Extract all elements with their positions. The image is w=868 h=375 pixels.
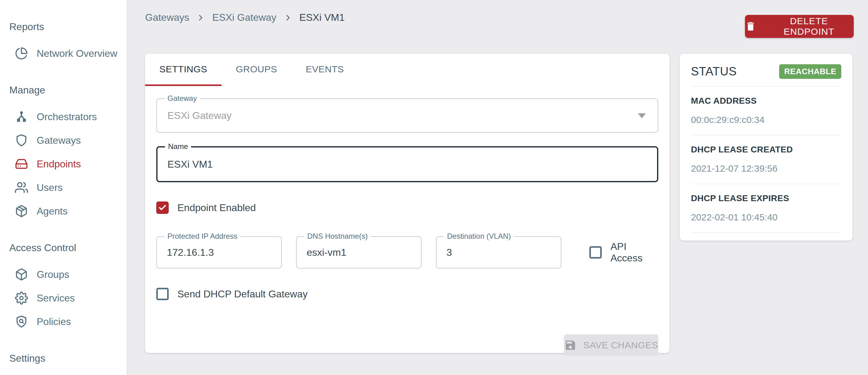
- api-access-checkbox[interactable]: [589, 246, 602, 259]
- page: Reports Network Overview Manage Orchestr…: [0, 0, 868, 375]
- sidebar-item-services[interactable]: Services: [0, 286, 127, 310]
- sidebar-section-settings: Settings: [0, 352, 127, 365]
- shield-icon: [15, 134, 28, 147]
- send-dhcp-label: Send DHCP Default Gateway: [177, 288, 308, 300]
- delete-endpoint-button[interactable]: DELETE ENDPOINT: [745, 15, 854, 38]
- name-input[interactable]: [157, 147, 657, 181]
- users-icon: [15, 181, 28, 194]
- sidebar-header-settings: Settings: [0, 352, 127, 365]
- sidebar-header-reports: Reports: [0, 21, 127, 33]
- gateway-select-value: ESXi Gateway: [157, 99, 658, 132]
- gateway-select[interactable]: Gateway ESXi Gateway: [156, 98, 658, 133]
- api-access-label: API Access: [611, 241, 658, 264]
- status-title: STATUS: [691, 65, 737, 78]
- sidebar-section-access-control: Access Control Groups Services Policies: [0, 241, 127, 333]
- breadcrumb-gateways[interactable]: Gateways: [145, 12, 189, 23]
- destination-vlan-wrapper: Destination (VLAN): [436, 236, 561, 269]
- tab-bar: SETTINGS GROUPS EVENTS: [145, 54, 670, 86]
- sidebar-item-orchestrators[interactable]: Orchestrators: [0, 105, 127, 129]
- tab-events[interactable]: EVENTS: [291, 54, 358, 86]
- sidebar-item-label: Gateways: [37, 135, 81, 146]
- sidebar-item-label: Users: [37, 182, 63, 194]
- hard-drive-icon: [15, 158, 28, 170]
- chevron-right-icon: [196, 13, 205, 22]
- gateway-select-label: Gateway: [164, 94, 200, 103]
- status-field-mac: MAC ADDRESS 00:0c:29:c9:c0:34: [691, 87, 841, 135]
- endpoint-enabled-row[interactable]: Endpoint Enabled: [156, 201, 658, 214]
- box-icon: [15, 268, 28, 281]
- sidebar-item-label: Groups: [37, 269, 69, 280]
- status-field-label: DHCP LEASE CREATED: [691, 145, 841, 155]
- sidebar-item-gateways[interactable]: Gateways: [0, 129, 127, 152]
- sidebar-item-label: Network Overview: [37, 48, 118, 59]
- status-field-value: 2022-02-01 10:45:40: [691, 212, 841, 223]
- check-icon: [158, 203, 167, 212]
- protected-ip-input[interactable]: [157, 237, 281, 268]
- destination-vlan-input[interactable]: [436, 237, 561, 268]
- shield-search-icon: [15, 315, 28, 328]
- status-field-lease-expires: DHCP LEASE EXPIRES 2022-02-01 10:45:40: [691, 184, 841, 233]
- sidebar-item-policies[interactable]: Policies: [0, 310, 127, 333]
- protected-ip-wrapper: Protected IP Address: [156, 236, 282, 269]
- gear-icon: [15, 292, 28, 305]
- sidebar-header-access-control: Access Control: [0, 241, 127, 254]
- sidebar-item-label: Agents: [37, 205, 68, 217]
- network-fields-row: Protected IP Address DNS Hostname(s) Des…: [156, 236, 658, 269]
- save-changes-label: SAVE CHANGES: [583, 340, 658, 350]
- delete-endpoint-label: DELETE ENDPOINT: [764, 16, 854, 37]
- tab-groups[interactable]: GROUPS: [221, 54, 291, 86]
- dropdown-arrow-icon: [638, 113, 646, 118]
- save-changes-button[interactable]: SAVE CHANGES: [564, 334, 658, 356]
- status-field-label: DHCP LEASE EXPIRES: [691, 194, 841, 203]
- sidebar-item-label: Orchestrators: [37, 111, 97, 123]
- pie-chart-icon: [15, 47, 28, 60]
- trash-icon: [745, 21, 756, 32]
- sidebar-item-agents[interactable]: Agents: [0, 199, 127, 223]
- sidebar-section-reports: Reports Network Overview: [0, 21, 127, 65]
- sidebar-item-groups[interactable]: Groups: [0, 263, 127, 286]
- sidebar-item-users[interactable]: Users: [0, 176, 127, 199]
- status-field-value: 00:0c:29:c9:c0:34: [691, 114, 841, 125]
- status-field-value: 2021-12-07 12:39:56: [691, 163, 841, 174]
- status-header: STATUS REACHABLE: [691, 64, 841, 87]
- api-access-row[interactable]: API Access: [589, 241, 658, 264]
- sidebar-item-label: Endpoints: [37, 158, 81, 170]
- package-icon: [15, 205, 28, 217]
- endpoint-enabled-label: Endpoint Enabled: [177, 202, 256, 213]
- sidebar-section-manage: Manage Orchestrators Gateways Endpoints: [0, 84, 127, 223]
- breadcrumb: Gateways ESXi Gateway ESXi VM1: [145, 12, 344, 23]
- reachable-badge: REACHABLE: [779, 64, 841, 79]
- sidebar-item-network-overview[interactable]: Network Overview: [0, 42, 127, 65]
- sidebar-header-manage: Manage: [0, 84, 127, 96]
- endpoint-enabled-checkbox[interactable]: [156, 201, 169, 214]
- status-panel: STATUS REACHABLE MAC ADDRESS 00:0c:29:c9…: [680, 54, 852, 241]
- settings-form: Gateway ESXi Gateway Name Endpoint Enabl…: [145, 98, 670, 365]
- status-field-lease-created: DHCP LEASE CREATED 2021-12-07 12:39:56: [691, 135, 841, 184]
- breadcrumb-esxi-gateway[interactable]: ESXi Gateway: [212, 12, 276, 23]
- chevron-right-icon: [283, 13, 293, 22]
- tab-settings[interactable]: SETTINGS: [145, 54, 221, 86]
- topology-icon: [15, 110, 28, 123]
- status-field-label: MAC ADDRESS: [691, 96, 841, 106]
- sidebar-item-endpoints[interactable]: Endpoints: [0, 152, 127, 176]
- breadcrumb-current: ESXi VM1: [300, 12, 345, 23]
- sidebar-item-label: Policies: [37, 316, 71, 328]
- send-dhcp-row[interactable]: Send DHCP Default Gateway: [156, 288, 658, 300]
- sidebar: Reports Network Overview Manage Orchestr…: [0, 0, 127, 375]
- endpoint-settings-card: SETTINGS GROUPS EVENTS Gateway ESXi Gate…: [145, 54, 670, 353]
- dns-hostnames-wrapper: DNS Hostname(s): [296, 236, 422, 269]
- send-dhcp-checkbox[interactable]: [156, 288, 169, 300]
- name-field-wrapper: Name: [156, 146, 658, 182]
- dns-hostnames-input[interactable]: [297, 237, 421, 268]
- sidebar-item-label: Services: [37, 293, 75, 304]
- save-icon: [564, 339, 577, 351]
